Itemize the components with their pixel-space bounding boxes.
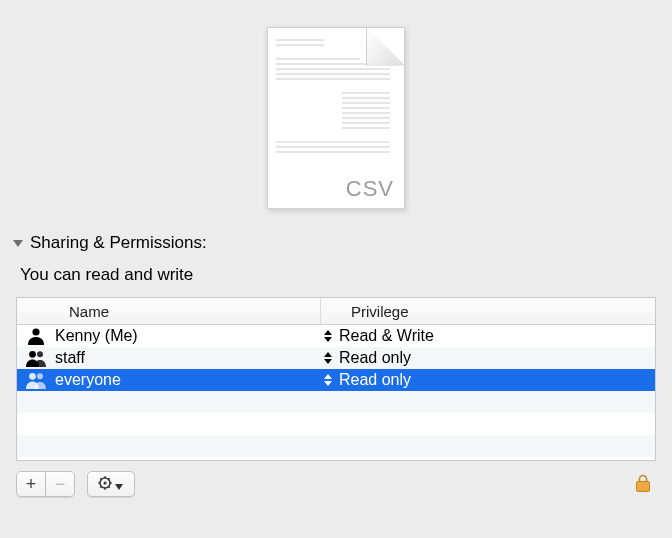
svg-point-5 — [37, 351, 43, 357]
chevron-down-icon — [115, 476, 125, 493]
table-header: Name Privilege — [17, 298, 655, 325]
privilege-value: Read & Write — [339, 327, 434, 345]
svg-line-20 — [109, 478, 110, 479]
table-row-empty — [17, 413, 655, 435]
section-toggle[interactable]: Sharing & Permissions: — [12, 225, 660, 261]
column-header-name[interactable]: Name — [17, 298, 321, 324]
svg-marker-22 — [115, 484, 123, 490]
add-button[interactable]: + — [16, 471, 46, 497]
table-row[interactable]: Kenny (Me) Read & Write — [17, 325, 655, 347]
svg-marker-6 — [324, 352, 332, 357]
gear-icon — [97, 475, 115, 494]
user-icon — [17, 327, 55, 345]
remove-button: − — [46, 471, 75, 497]
stepper-icon — [321, 329, 335, 343]
table-body: Kenny (Me) Read & Write staff Read only … — [17, 325, 655, 460]
table-row-empty — [17, 435, 655, 457]
svg-point-9 — [37, 373, 43, 379]
permissions-table: Name Privilege Kenny (Me) Read & Write s… — [16, 297, 656, 461]
section-title: Sharing & Permissions: — [30, 233, 207, 253]
users-icon — [17, 349, 55, 367]
svg-marker-2 — [324, 330, 332, 335]
privilege-selector[interactable]: Read only — [321, 371, 655, 389]
action-menu-button[interactable] — [87, 471, 135, 497]
row-name: Kenny (Me) — [55, 327, 321, 345]
stepper-icon — [321, 373, 335, 387]
disclosure-down-icon — [12, 237, 24, 249]
svg-line-21 — [100, 486, 101, 487]
svg-marker-3 — [324, 337, 332, 342]
stepper-icon — [321, 351, 335, 365]
privilege-value: Read only — [339, 349, 411, 367]
file-preview-area: CSV — [0, 0, 672, 225]
svg-marker-10 — [324, 374, 332, 379]
svg-marker-0 — [13, 240, 23, 247]
table-row[interactable]: everyone Read only — [17, 369, 655, 391]
row-name: everyone — [55, 371, 321, 389]
users-icon — [17, 371, 55, 389]
svg-line-19 — [109, 486, 110, 487]
privilege-selector[interactable]: Read & Write — [321, 327, 655, 345]
svg-point-1 — [32, 328, 39, 335]
permission-summary: You can read and write — [12, 261, 660, 297]
file-icon: CSV — [267, 27, 405, 209]
svg-point-4 — [29, 351, 36, 358]
svg-marker-7 — [324, 359, 332, 364]
table-row-empty — [17, 391, 655, 413]
plus-icon: + — [26, 474, 37, 495]
column-header-privilege[interactable]: Privilege — [321, 303, 655, 320]
privilege-selector[interactable]: Read only — [321, 349, 655, 367]
file-extension-label: CSV — [346, 176, 394, 202]
row-name: staff — [55, 349, 321, 367]
svg-rect-23 — [637, 481, 650, 491]
page-fold-icon — [366, 27, 405, 66]
svg-line-18 — [100, 478, 101, 479]
privilege-value: Read only — [339, 371, 411, 389]
svg-marker-11 — [324, 381, 332, 386]
svg-point-13 — [104, 481, 107, 484]
minus-icon: − — [55, 474, 66, 495]
lock-button[interactable] — [630, 473, 656, 496]
svg-point-8 — [29, 373, 36, 380]
lock-icon — [634, 473, 652, 496]
table-row[interactable]: staff Read only — [17, 347, 655, 369]
